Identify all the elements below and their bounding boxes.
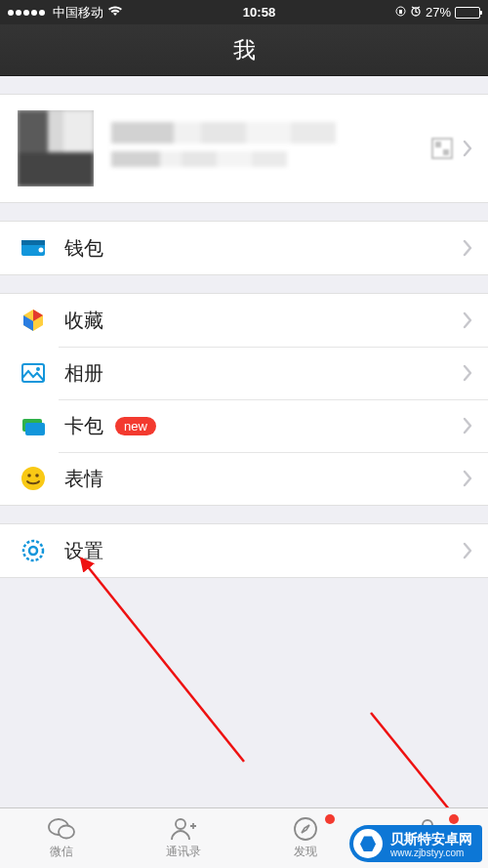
- menu-label: 设置: [64, 538, 463, 564]
- svg-point-20: [295, 818, 316, 840]
- profile-cell[interactable]: [0, 95, 488, 202]
- status-left: 中国移动: [8, 4, 123, 21]
- wallet-icon: [20, 234, 47, 262]
- qr-icon: [431, 138, 453, 159]
- chevron-icon: [463, 542, 472, 559]
- svg-point-10: [21, 467, 45, 490]
- menu-label: 钱包: [64, 235, 463, 262]
- profile-name-redacted: [111, 122, 336, 144]
- tab-wechat[interactable]: 微信: [0, 808, 122, 868]
- notification-dot: [449, 814, 459, 824]
- menu-label: 卡包: [64, 413, 103, 439]
- svg-point-14: [29, 547, 37, 555]
- menu-stickers[interactable]: 表情: [0, 452, 488, 505]
- annotation-arrow: [68, 547, 254, 771]
- svg-point-13: [23, 541, 43, 560]
- svg-point-5: [39, 248, 44, 253]
- alarm-icon: [410, 5, 422, 20]
- battery-icon: [455, 7, 480, 19]
- section-settings: 设置: [0, 523, 488, 578]
- watermark: 贝斯特安卓网 www.zjbstyy.com: [349, 825, 482, 862]
- chevron-icon: [463, 470, 472, 487]
- tab-label: 发现: [294, 844, 317, 860]
- tab-contacts[interactable]: 通讯录: [122, 808, 244, 868]
- svg-point-7: [36, 367, 40, 371]
- svg-point-12: [35, 474, 39, 477]
- tab-label: 通讯录: [166, 844, 201, 860]
- menu-favorites[interactable]: 收藏: [0, 294, 488, 347]
- menu-label: 相册: [64, 360, 463, 387]
- nav-bar: 我: [0, 24, 488, 76]
- menu-label: 表情: [64, 466, 463, 492]
- status-bar: 中国移动 10:58 27%: [0, 0, 488, 24]
- menu-wallet[interactable]: 钱包: [0, 222, 488, 274]
- battery-pct: 27%: [426, 5, 451, 20]
- status-time: 10:58: [123, 5, 395, 20]
- menu-settings[interactable]: 设置: [0, 524, 488, 577]
- chevron-icon: [463, 417, 472, 434]
- svg-point-19: [176, 819, 185, 829]
- nav-title: 我: [233, 35, 256, 65]
- watermark-title: 贝斯特安卓网: [390, 831, 472, 847]
- wifi-icon: [107, 5, 123, 20]
- menu-cards[interactable]: 卡包 new: [0, 399, 488, 452]
- sticker-icon: [20, 465, 47, 492]
- svg-point-18: [59, 826, 74, 839]
- status-right: 27%: [395, 5, 480, 20]
- watermark-url: www.zjbstyy.com: [390, 847, 472, 859]
- lock-icon: [395, 5, 406, 20]
- chevron-icon: [463, 311, 472, 329]
- notification-dot: [325, 814, 335, 824]
- carrier-label: 中国移动: [53, 4, 103, 21]
- svg-line-15: [86, 564, 244, 762]
- signal-icon: [8, 10, 45, 16]
- cards-icon: [20, 412, 47, 439]
- svg-rect-9: [25, 423, 45, 435]
- tab-discover[interactable]: 发现: [244, 808, 366, 868]
- album-icon: [20, 359, 47, 387]
- profile-info: [111, 122, 431, 175]
- section-profile: [0, 94, 488, 203]
- chevron-icon: [463, 239, 472, 257]
- chevron-icon: [463, 140, 472, 157]
- new-badge: new: [115, 417, 156, 435]
- menu-album[interactable]: 相册: [0, 347, 488, 399]
- chevron-icon: [463, 364, 472, 382]
- profile-id-redacted: [111, 151, 287, 167]
- section-wallet: 钱包: [0, 221, 488, 275]
- settings-icon: [20, 537, 47, 564]
- svg-line-16: [371, 713, 454, 815]
- section-group: 收藏 相册 卡包 new 表情: [0, 293, 488, 506]
- tab-label: 微信: [50, 844, 73, 860]
- svg-rect-1: [399, 10, 402, 14]
- svg-point-11: [27, 474, 31, 477]
- favorites-icon: [20, 307, 47, 334]
- avatar: [18, 110, 94, 186]
- svg-rect-4: [21, 240, 45, 245]
- menu-label: 收藏: [64, 308, 463, 334]
